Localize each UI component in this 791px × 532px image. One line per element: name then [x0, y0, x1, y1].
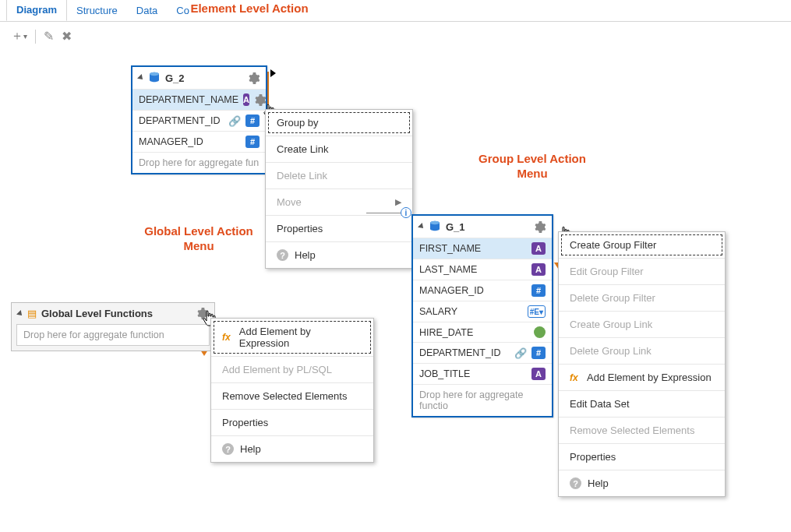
field-label: MANAGER_ID — [139, 136, 241, 147]
dataset-icon — [429, 220, 441, 233]
row-manager-id[interactable]: MANAGER_ID # — [132, 131, 266, 152]
tab-strip: Diagram Structure Data Co — [0, 0, 791, 22]
type-text-icon: A — [531, 263, 546, 276]
group-g1-header[interactable]: G_1 — [413, 216, 552, 238]
menu-group-by[interactable]: Group by — [266, 110, 412, 136]
annotation-group-level: Group Level ActionMenu — [443, 152, 622, 181]
gear-icon[interactable] — [248, 72, 260, 84]
field-label: LAST_NAME — [419, 264, 527, 275]
menu-edit-data-set[interactable]: Edit Data Set — [559, 390, 725, 417]
g1-drop-zone[interactable]: Drop here for aggregate functio — [413, 384, 552, 416]
type-number-icon: # — [531, 284, 546, 297]
type-number-icon: # — [245, 136, 260, 148]
type-text-icon: A — [243, 93, 249, 106]
row-hire-date[interactable]: HIRE_DATE — [413, 322, 552, 342]
type-number-icon: # — [245, 115, 260, 127]
field-label: DEPARTMENT_ID — [419, 347, 510, 358]
global-action-menu: fxAdd Element by Expression Add Element … — [210, 318, 374, 463]
menu-help[interactable]: ?Help — [559, 470, 725, 496]
global-functions-panel: ▤ Global Level Functions Drop here for a… — [11, 302, 215, 351]
group-g1-title: G_1 — [446, 221, 529, 233]
menu-delete-link: Delete Link — [266, 162, 412, 188]
type-date-icon — [534, 326, 546, 338]
document-icon: ▤ — [27, 308, 37, 319]
tab-structure[interactable]: Structure — [67, 0, 127, 21]
field-label: JOB_TITLE — [419, 368, 527, 379]
gear-icon[interactable] — [254, 94, 266, 106]
annotation-global-level: Global Level ActionMenu — [109, 224, 288, 254]
row-last-name[interactable]: LAST_NAME A — [413, 259, 552, 280]
help-icon: ? — [222, 443, 234, 455]
menu-create-group-link: Create Group Link — [559, 311, 725, 337]
row-department-name[interactable]: DEPARTMENT_NAME A — [132, 89, 266, 110]
connector-line — [366, 213, 404, 213]
field-label: HIRE_DATE — [419, 327, 529, 338]
tab-diagram[interactable]: Diagram — [6, 0, 67, 21]
toolbar-divider — [35, 30, 36, 44]
fx-icon: fx — [222, 332, 233, 343]
type-number-expr-icon: #E▾ — [528, 305, 546, 318]
connector-info-icon[interactable]: i — [401, 207, 411, 218]
toolbar: ＋▾ ✎ ✖ — [0, 22, 791, 51]
menu-create-group-filter[interactable]: Create Group Filter — [559, 232, 725, 258]
gear-icon[interactable] — [196, 308, 208, 319]
group-g2: G_2 DEPARTMENT_NAME A DEPARTMENT_ID 🔗 # … — [131, 65, 267, 174]
row-first-name[interactable]: FIRST_NAME A — [413, 238, 552, 259]
row-salary[interactable]: SALARY #E▾ — [413, 301, 552, 322]
help-icon: ? — [570, 477, 581, 489]
collapse-icon[interactable] — [418, 223, 426, 231]
menu-remove-selected[interactable]: Remove Selected Elements — [211, 382, 373, 409]
group-action-menu: Create Group Filter Edit Group Filter De… — [558, 231, 726, 497]
delete-button[interactable]: ✖ — [62, 29, 72, 44]
menu-properties[interactable]: Properties — [211, 409, 373, 435]
global-panel-title: Global Level Functions — [41, 308, 153, 319]
group-g1: G_1 FIRST_NAME A LAST_NAME A MANAGER_ID … — [411, 214, 553, 417]
global-panel-header[interactable]: ▤ Global Level Functions — [12, 303, 214, 324]
link-icon: 🔗 — [228, 115, 241, 127]
fx-icon: fx — [570, 372, 581, 383]
row-manager-id[interactable]: MANAGER_ID # — [413, 280, 552, 301]
global-drop-zone[interactable]: Drop here for aggregate function — [16, 324, 210, 346]
menu-delete-group-link: Delete Group Link — [559, 337, 725, 364]
link-icon: 🔗 — [514, 347, 527, 359]
menu-add-element-expression[interactable]: fxAdd Element by Expression — [559, 364, 725, 390]
type-text-icon: A — [531, 242, 546, 255]
collapse-icon[interactable] — [137, 74, 145, 82]
row-job-title[interactable]: JOB_TITLE A — [413, 363, 552, 384]
field-label: FIRST_NAME — [419, 243, 527, 254]
field-label: DEPARTMENT_NAME — [139, 94, 238, 105]
row-department-id[interactable]: DEPARTMENT_ID 🔗 # — [132, 110, 266, 131]
menu-help[interactable]: ?Help — [211, 435, 373, 462]
edit-button[interactable]: ✎ — [44, 29, 54, 44]
group-g2-header[interactable]: G_2 — [132, 67, 266, 89]
menu-remove-selected: Remove Selected Elements — [559, 417, 725, 443]
menu-properties[interactable]: Properties — [559, 443, 725, 470]
type-number-icon: # — [531, 347, 546, 359]
menu-add-element-plsql: Add Element by PL/SQL — [211, 356, 373, 382]
group-g2-title: G_2 — [165, 72, 243, 84]
gear-icon[interactable] — [534, 221, 546, 233]
type-text-icon: A — [531, 368, 546, 380]
add-button[interactable]: ＋▾ — [11, 28, 27, 44]
dataset-icon — [148, 72, 161, 84]
collapse-icon[interactable] — [16, 310, 24, 318]
g2-drop-zone[interactable]: Drop here for aggregate fun — [132, 152, 266, 173]
field-label: MANAGER_ID — [419, 285, 527, 296]
menu-delete-group-filter: Delete Group Filter — [559, 284, 725, 311]
connector-out-icon — [270, 69, 276, 77]
annotation-element-level: Element Level Action — [148, 2, 351, 15]
field-label: SALARY — [419, 306, 523, 317]
menu-create-link[interactable]: Create Link — [266, 136, 412, 162]
menu-add-element-expression[interactable]: fxAdd Element by Expression — [211, 319, 373, 356]
menu-move[interactable]: Move▶ — [266, 188, 412, 215]
field-label: DEPARTMENT_ID — [139, 115, 224, 126]
chevron-right-icon: ▶ — [395, 197, 401, 207]
row-department-id[interactable]: DEPARTMENT_ID 🔗 # — [413, 342, 552, 363]
menu-edit-group-filter: Edit Group Filter — [559, 258, 725, 284]
